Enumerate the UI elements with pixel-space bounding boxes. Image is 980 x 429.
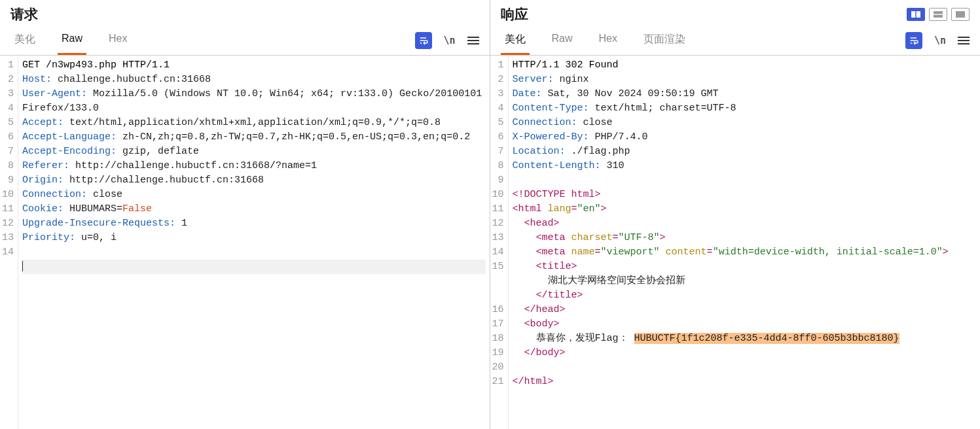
request-panel: 请求 美化 Raw Hex \n 1234567891011121314 GET… bbox=[0, 0, 490, 429]
tab-hex[interactable]: Hex bbox=[595, 26, 621, 55]
newline-icon[interactable]: \n bbox=[932, 32, 949, 49]
wrap-icon[interactable] bbox=[415, 32, 432, 49]
menu-icon[interactable] bbox=[467, 37, 479, 44]
request-tabs: 美化 Raw Hex bbox=[10, 26, 131, 55]
layout-single-icon[interactable] bbox=[951, 8, 970, 21]
request-title: 请求 bbox=[10, 5, 38, 24]
svg-rect-0 bbox=[911, 11, 915, 18]
menu-icon[interactable] bbox=[958, 37, 970, 44]
layout-split-icon[interactable] bbox=[907, 8, 925, 21]
tab-hex[interactable]: Hex bbox=[105, 26, 131, 55]
newline-icon[interactable]: \n bbox=[441, 32, 458, 49]
svg-rect-1 bbox=[916, 11, 920, 18]
response-editor[interactable]: 123456789101112131415 161718192021 HTTP/… bbox=[490, 56, 981, 429]
response-panel: 响应 美化 Raw Hex 页面渲染 bbox=[490, 0, 981, 429]
tab-pretty[interactable]: 美化 bbox=[501, 26, 530, 55]
svg-rect-4 bbox=[956, 11, 965, 18]
tab-render[interactable]: 页面渲染 bbox=[640, 26, 689, 55]
tab-raw[interactable]: Raw bbox=[548, 26, 577, 55]
wrap-icon[interactable] bbox=[905, 32, 922, 49]
tab-raw[interactable]: Raw bbox=[58, 26, 86, 55]
layout-stack-icon[interactable] bbox=[929, 8, 947, 21]
tab-pretty[interactable]: 美化 bbox=[10, 26, 39, 55]
request-editor[interactable]: 1234567891011121314 GET /n3wp493.php HTT… bbox=[0, 56, 490, 429]
response-tabs: 美化 Raw Hex 页面渲染 bbox=[501, 26, 689, 55]
svg-rect-3 bbox=[934, 15, 943, 18]
response-title: 响应 bbox=[501, 5, 528, 24]
svg-rect-2 bbox=[934, 11, 943, 14]
